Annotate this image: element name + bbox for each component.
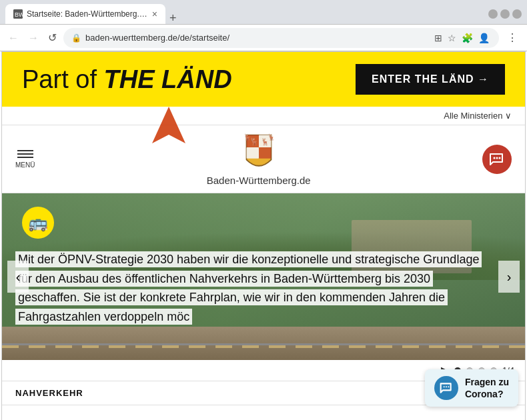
- navigation-bar: ← → ↺ 🔒 baden-wuerttemberg.de/de/startse…: [0, 24, 527, 51]
- coat-of-arms-svg: 🦌 🦌 🦌 🦌: [239, 132, 279, 172]
- title-bar: BW Startseite: Baden-Württemberg.d... × …: [0, 0, 527, 24]
- site-header: MENÜ 🦌 🦌 🦌 🦌 Baden-Württemberg.de: [2, 125, 525, 193]
- menu-label: MENÜ: [15, 161, 35, 169]
- slider-next-button[interactable]: ›: [498, 261, 520, 293]
- brand-part1: Part of: [22, 65, 104, 93]
- hamburger-line-1: [17, 150, 33, 151]
- address-bar[interactable]: 🔒 baden-wuerttemberg.de/de/startseite/ ⊞…: [63, 28, 499, 48]
- tab-title-text: Startseite: Baden-Württemberg.d...: [27, 9, 148, 19]
- svg-point-14: [444, 386, 445, 387]
- tab-close-button[interactable]: ×: [152, 9, 157, 19]
- coat-of-arms: 🦌 🦌 🦌 🦌 Baden-Württemberg.de: [207, 132, 311, 186]
- yellow-banner: Part of THE LÄND ENTER THE LÄND →: [2, 52, 525, 107]
- chat-bubble-icon: [489, 151, 505, 167]
- minimize-button[interactable]: —: [488, 9, 498, 19]
- ministerien-bar[interactable]: Alle Ministerien ∨: [2, 107, 525, 125]
- address-icons: ⊞ ☆ 🧩 👤: [433, 31, 491, 45]
- translate-icon[interactable]: ⊞: [433, 31, 444, 45]
- tab-area: BW Startseite: Baden-Württemberg.d... × …: [5, 4, 486, 24]
- reload-button[interactable]: ↺: [45, 29, 59, 47]
- url-text: baden-wuerttemberg.de/de/startseite/: [85, 33, 429, 43]
- page-content: Part of THE LÄND ENTER THE LÄND → Alle M…: [1, 51, 526, 420]
- close-button[interactable]: ×: [512, 9, 522, 19]
- profile-icon[interactable]: 👤: [477, 31, 491, 45]
- brand-bold: THE LÄND: [104, 65, 232, 93]
- browser-menu-button[interactable]: ⋮: [503, 29, 522, 47]
- rail-line: [2, 343, 525, 345]
- browser-chrome: BW Startseite: Baden-Württemberg.d... × …: [0, 0, 527, 51]
- active-tab[interactable]: BW Startseite: Baden-Württemberg.d... ×: [5, 4, 165, 24]
- svg-text:🦌: 🦌: [243, 133, 251, 141]
- ministerien-label[interactable]: Alle Ministerien ∨: [444, 111, 512, 121]
- hamburger-line-3: [17, 157, 33, 158]
- svg-text:🦌: 🦌: [268, 133, 276, 141]
- corona-text-line1: Fragen zu: [465, 376, 509, 388]
- svg-point-12: [496, 157, 498, 159]
- svg-rect-6: [259, 147, 271, 159]
- svg-point-15: [446, 386, 447, 387]
- corona-text: Fragen zu Corona?: [465, 376, 509, 400]
- chat-bubble-button[interactable]: [482, 145, 512, 174]
- lock-icon: 🔒: [71, 33, 81, 43]
- brand-text: Part of THE LÄND: [22, 65, 232, 94]
- corona-chat-icon: [434, 376, 458, 400]
- maximize-button[interactable]: □: [500, 9, 510, 19]
- corona-text-line2: Corona?: [465, 388, 509, 400]
- new-tab-button[interactable]: +: [165, 12, 181, 24]
- slide-text: Mit der ÖPNV-Strategie 2030 haben wir di…: [15, 251, 482, 325]
- tab-favicon-icon: BW: [13, 9, 23, 19]
- site-title: Baden-Württemberg.de: [207, 175, 311, 186]
- extensions-icon[interactable]: 🧩: [460, 31, 474, 45]
- slide-text-overlay: Mit der ÖPNV-Strategie 2030 haben wir di…: [15, 250, 492, 327]
- bus-icon: 🚌: [28, 213, 48, 232]
- window-controls: — □ ×: [488, 9, 522, 19]
- bus-icon-badge: 🚌: [22, 207, 54, 239]
- back-button[interactable]: ←: [5, 29, 21, 47]
- svg-point-11: [494, 157, 496, 159]
- forward-button[interactable]: →: [25, 29, 41, 47]
- slider-prev-button[interactable]: ‹: [7, 261, 29, 293]
- corona-fragen-button[interactable]: Fragen zu Corona?: [425, 369, 518, 407]
- svg-text:BW: BW: [15, 11, 23, 18]
- hamburger-line-2: [17, 153, 33, 155]
- enter-the-land-button[interactable]: ENTER THE LÄND →: [356, 64, 505, 95]
- svg-point-16: [448, 386, 449, 387]
- svg-rect-5: [246, 147, 258, 159]
- hamburger-menu[interactable]: MENÜ: [15, 150, 35, 169]
- bookmark-icon[interactable]: ☆: [446, 31, 458, 45]
- corona-chat-svg: [440, 381, 453, 395]
- image-slider: 🚌 Mit der ÖPNV-Strategie 2030 haben wir …: [2, 193, 525, 360]
- svg-point-13: [499, 157, 501, 159]
